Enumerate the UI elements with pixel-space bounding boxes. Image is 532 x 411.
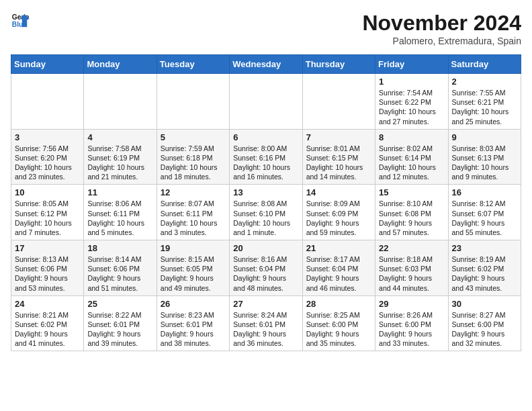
calendar-table: SundayMondayTuesdayWednesdayThursdayFrid… bbox=[11, 54, 521, 351]
cell-content: Sunrise: 8:15 AM Sunset: 6:05 PM Dayligh… bbox=[161, 255, 214, 292]
calendar-cell: 7Sunrise: 8:01 AM Sunset: 6:15 PM Daylig… bbox=[302, 129, 375, 185]
day-number: 3 bbox=[15, 132, 80, 142]
day-number: 23 bbox=[452, 243, 517, 253]
day-number: 1 bbox=[379, 77, 444, 87]
cell-content: Sunrise: 8:19 AM Sunset: 6:02 PM Dayligh… bbox=[452, 255, 506, 292]
cell-content: Sunrise: 8:27 AM Sunset: 6:00 PM Dayligh… bbox=[452, 311, 506, 348]
day-number: 15 bbox=[379, 187, 444, 197]
day-number: 27 bbox=[233, 299, 298, 309]
calendar-cell: 25Sunrise: 8:22 AM Sunset: 6:01 PM Dayli… bbox=[84, 295, 157, 351]
month-title: November 2024 bbox=[362, 11, 521, 36]
cell-content: Sunrise: 8:23 AM Sunset: 6:01 PM Dayligh… bbox=[161, 311, 214, 348]
calendar-cell: 12Sunrise: 8:07 AM Sunset: 6:11 PM Dayli… bbox=[157, 185, 229, 240]
day-header-monday: Monday bbox=[84, 55, 157, 74]
calendar-cell bbox=[230, 74, 302, 130]
cell-content: Sunrise: 8:07 AM Sunset: 6:11 PM Dayligh… bbox=[161, 199, 218, 236]
day-number: 4 bbox=[87, 132, 152, 142]
calendar-cell: 20Sunrise: 8:16 AM Sunset: 6:04 PM Dayli… bbox=[230, 240, 302, 296]
calendar-cell bbox=[302, 74, 375, 130]
cell-content: Sunrise: 8:13 AM Sunset: 6:06 PM Dayligh… bbox=[15, 255, 69, 292]
cell-content: Sunrise: 8:26 AM Sunset: 6:00 PM Dayligh… bbox=[379, 311, 433, 348]
week-row-2: 3Sunrise: 7:56 AM Sunset: 6:20 PM Daylig… bbox=[11, 129, 521, 185]
cell-content: Sunrise: 8:12 AM Sunset: 6:07 PM Dayligh… bbox=[452, 199, 506, 236]
day-number: 12 bbox=[161, 187, 226, 197]
day-header-thursday: Thursday bbox=[302, 55, 375, 74]
calendar-cell: 13Sunrise: 8:08 AM Sunset: 6:10 PM Dayli… bbox=[230, 185, 302, 240]
cell-content: Sunrise: 8:03 AM Sunset: 6:13 PM Dayligh… bbox=[452, 144, 509, 181]
cell-content: Sunrise: 7:58 AM Sunset: 6:19 PM Dayligh… bbox=[87, 144, 144, 181]
day-number: 29 bbox=[379, 299, 444, 309]
header-row: SundayMondayTuesdayWednesdayThursdayFrid… bbox=[11, 55, 521, 74]
week-row-1: 1Sunrise: 7:54 AM Sunset: 6:22 PM Daylig… bbox=[11, 74, 521, 130]
calendar-cell: 30Sunrise: 8:27 AM Sunset: 6:00 PM Dayli… bbox=[448, 295, 521, 351]
calendar-cell: 26Sunrise: 8:23 AM Sunset: 6:01 PM Dayli… bbox=[157, 295, 229, 351]
day-number: 25 bbox=[87, 299, 152, 309]
cell-content: Sunrise: 8:17 AM Sunset: 6:04 PM Dayligh… bbox=[306, 255, 360, 292]
page-header: General Blue November 2024 Palomero, Ext… bbox=[11, 11, 521, 46]
week-row-5: 24Sunrise: 8:21 AM Sunset: 6:02 PM Dayli… bbox=[11, 295, 521, 351]
calendar-cell: 28Sunrise: 8:25 AM Sunset: 6:00 PM Dayli… bbox=[302, 295, 375, 351]
title-block: November 2024 Palomero, Extremadura, Spa… bbox=[362, 11, 521, 46]
calendar-cell: 5Sunrise: 7:59 AM Sunset: 6:18 PM Daylig… bbox=[157, 129, 229, 185]
day-number: 14 bbox=[306, 187, 371, 197]
cell-content: Sunrise: 8:00 AM Sunset: 6:16 PM Dayligh… bbox=[233, 144, 290, 181]
cell-content: Sunrise: 7:56 AM Sunset: 6:20 PM Dayligh… bbox=[15, 144, 72, 181]
cell-content: Sunrise: 8:16 AM Sunset: 6:04 PM Dayligh… bbox=[233, 255, 287, 292]
cell-content: Sunrise: 8:14 AM Sunset: 6:06 PM Dayligh… bbox=[87, 255, 141, 292]
calendar-cell: 22Sunrise: 8:18 AM Sunset: 6:03 PM Dayli… bbox=[375, 240, 448, 296]
day-number: 28 bbox=[306, 299, 371, 309]
day-number: 5 bbox=[161, 132, 226, 142]
day-header-saturday: Saturday bbox=[448, 55, 521, 74]
calendar-cell: 8Sunrise: 8:02 AM Sunset: 6:14 PM Daylig… bbox=[375, 129, 448, 185]
day-number: 10 bbox=[15, 187, 80, 197]
cell-content: Sunrise: 8:25 AM Sunset: 6:00 PM Dayligh… bbox=[306, 311, 360, 348]
calendar-cell: 3Sunrise: 7:56 AM Sunset: 6:20 PM Daylig… bbox=[11, 129, 84, 185]
logo-icon: General Blue bbox=[11, 11, 30, 30]
calendar-cell: 1Sunrise: 7:54 AM Sunset: 6:22 PM Daylig… bbox=[375, 74, 448, 130]
week-row-3: 10Sunrise: 8:05 AM Sunset: 6:12 PM Dayli… bbox=[11, 185, 521, 240]
cell-content: Sunrise: 8:24 AM Sunset: 6:01 PM Dayligh… bbox=[233, 311, 287, 348]
cell-content: Sunrise: 7:54 AM Sunset: 6:22 PM Dayligh… bbox=[379, 89, 436, 126]
calendar-cell: 2Sunrise: 7:55 AM Sunset: 6:21 PM Daylig… bbox=[448, 74, 521, 130]
week-row-4: 17Sunrise: 8:13 AM Sunset: 6:06 PM Dayli… bbox=[11, 240, 521, 296]
calendar-cell: 24Sunrise: 8:21 AM Sunset: 6:02 PM Dayli… bbox=[11, 295, 84, 351]
cell-content: Sunrise: 7:55 AM Sunset: 6:21 PM Dayligh… bbox=[452, 89, 509, 126]
day-number: 21 bbox=[306, 243, 371, 253]
cell-content: Sunrise: 7:59 AM Sunset: 6:18 PM Dayligh… bbox=[161, 144, 218, 181]
cell-content: Sunrise: 8:18 AM Sunset: 6:03 PM Dayligh… bbox=[379, 255, 433, 292]
calendar-cell: 29Sunrise: 8:26 AM Sunset: 6:00 PM Dayli… bbox=[375, 295, 448, 351]
cell-content: Sunrise: 8:09 AM Sunset: 6:09 PM Dayligh… bbox=[306, 199, 360, 236]
calendar-cell: 6Sunrise: 8:00 AM Sunset: 6:16 PM Daylig… bbox=[230, 129, 302, 185]
cell-content: Sunrise: 8:01 AM Sunset: 6:15 PM Dayligh… bbox=[306, 144, 363, 181]
calendar-cell: 10Sunrise: 8:05 AM Sunset: 6:12 PM Dayli… bbox=[11, 185, 84, 240]
calendar-cell: 11Sunrise: 8:06 AM Sunset: 6:11 PM Dayli… bbox=[84, 185, 157, 240]
logo: General Blue bbox=[11, 11, 30, 30]
cell-content: Sunrise: 8:10 AM Sunset: 6:08 PM Dayligh… bbox=[379, 199, 433, 236]
calendar-cell: 4Sunrise: 7:58 AM Sunset: 6:19 PM Daylig… bbox=[84, 129, 157, 185]
day-number: 24 bbox=[15, 299, 80, 309]
day-header-wednesday: Wednesday bbox=[230, 55, 302, 74]
day-number: 20 bbox=[233, 243, 298, 253]
day-number: 16 bbox=[452, 187, 517, 197]
calendar-cell: 9Sunrise: 8:03 AM Sunset: 6:13 PM Daylig… bbox=[448, 129, 521, 185]
day-header-tuesday: Tuesday bbox=[157, 55, 229, 74]
day-header-sunday: Sunday bbox=[11, 55, 84, 74]
cell-content: Sunrise: 8:02 AM Sunset: 6:14 PM Dayligh… bbox=[379, 144, 436, 181]
day-number: 19 bbox=[161, 243, 226, 253]
calendar-cell: 18Sunrise: 8:14 AM Sunset: 6:06 PM Dayli… bbox=[84, 240, 157, 296]
day-number: 9 bbox=[452, 132, 517, 142]
day-number: 17 bbox=[15, 243, 80, 253]
day-header-friday: Friday bbox=[375, 55, 448, 74]
calendar-cell: 17Sunrise: 8:13 AM Sunset: 6:06 PM Dayli… bbox=[11, 240, 84, 296]
day-number: 2 bbox=[452, 77, 517, 87]
location: Palomero, Extremadura, Spain bbox=[362, 36, 521, 46]
cell-content: Sunrise: 8:21 AM Sunset: 6:02 PM Dayligh… bbox=[15, 311, 69, 348]
day-number: 7 bbox=[306, 132, 371, 142]
cell-content: Sunrise: 8:06 AM Sunset: 6:11 PM Dayligh… bbox=[87, 199, 144, 236]
cell-content: Sunrise: 8:22 AM Sunset: 6:01 PM Dayligh… bbox=[87, 311, 141, 348]
day-number: 18 bbox=[87, 243, 152, 253]
day-number: 11 bbox=[87, 187, 152, 197]
cell-content: Sunrise: 8:08 AM Sunset: 6:10 PM Dayligh… bbox=[233, 199, 290, 236]
calendar-cell: 16Sunrise: 8:12 AM Sunset: 6:07 PM Dayli… bbox=[448, 185, 521, 240]
calendar-cell: 14Sunrise: 8:09 AM Sunset: 6:09 PM Dayli… bbox=[302, 185, 375, 240]
